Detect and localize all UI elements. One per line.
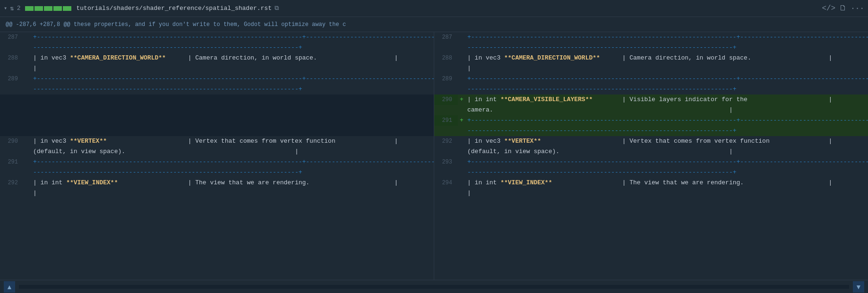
table-row: (default, in view space). |: [434, 146, 868, 157]
table-row: 289 +-----------------------------------…: [0, 74, 434, 84]
table-row: 288 | in vec3 **CAMERA_DIRECTION_WORLD**…: [434, 53, 868, 63]
scroll-down-button[interactable]: ▼: [853, 281, 864, 293]
table-row: ----------------------------------------…: [0, 84, 434, 95]
empty-row: [0, 95, 434, 105]
table-row: 293 +-----------------------------------…: [434, 157, 868, 167]
right-pane: 287 +-----------------------------------…: [434, 32, 868, 280]
table-row: ----------------------------------------…: [434, 84, 868, 95]
empty-row: [0, 126, 434, 136]
copy-icon[interactable]: ⧉: [275, 5, 279, 12]
table-row: 291 +-----------------------------------…: [0, 157, 434, 167]
more-options-icon[interactable]: ···: [851, 4, 864, 13]
table-row: camera. |: [434, 105, 868, 115]
empty-row: [0, 115, 434, 126]
scrollbar-area[interactable]: [19, 285, 849, 289]
table-row: |: [434, 63, 868, 74]
table-row: ----------------------------------------…: [0, 167, 434, 178]
file-path: tutorials/shaders/shader_reference/spati…: [76, 5, 271, 12]
table-row: 290 | in vec3 **VERTEX** | Vertex that c…: [0, 136, 434, 146]
split-icon: ⇅: [10, 4, 14, 12]
table-row: 289 +-----------------------------------…: [434, 74, 868, 84]
title-bar: ▾ ⇅ 2 tutorials/shaders/shader_reference…: [0, 0, 868, 17]
code-view-icon[interactable]: </>: [822, 4, 835, 13]
table-row: ----------------------------------------…: [434, 126, 868, 136]
table-row: 290 + | in int **CAMERA_VISIBLE_LAYERS**…: [434, 95, 868, 105]
table-row: ----------------------------------------…: [434, 43, 868, 53]
file-icon[interactable]: 🗋: [839, 4, 847, 13]
chevron-down-icon[interactable]: ▾: [4, 5, 7, 12]
table-row: 288 | in vec3 **CAMERA_DIRECTION_WORLD**…: [0, 53, 434, 63]
table-row: ----------------------------------------…: [434, 167, 868, 178]
table-row: 287 +-----------------------------------…: [0, 32, 434, 43]
empty-row: [0, 105, 434, 115]
left-pane: 287 +-----------------------------------…: [0, 32, 434, 280]
bottom-bar: ▲ ▼: [0, 280, 868, 293]
table-row: 292 | in int **VIEW_INDEX** | The view t…: [0, 178, 434, 188]
table-row: (default, in view space). |: [0, 146, 434, 157]
diff-header: @@ -287,6 +287,8 @@ these properties, an…: [0, 17, 868, 32]
table-row: ----------------------------------------…: [0, 43, 434, 53]
status-blocks: [25, 6, 71, 11]
split-num: 2: [17, 5, 21, 12]
table-row: 287 +-----------------------------------…: [434, 32, 868, 43]
table-row: 292 | in vec3 **VERTEX** | Vertex that c…: [434, 136, 868, 146]
table-row: |: [434, 188, 868, 198]
scroll-up-button[interactable]: ▲: [4, 281, 15, 293]
table-row: |: [0, 188, 434, 198]
table-row: 291 + +---------------------------------…: [434, 115, 868, 126]
table-row: |: [0, 63, 434, 74]
table-row: 294 | in int **VIEW_INDEX** | The view t…: [434, 178, 868, 188]
